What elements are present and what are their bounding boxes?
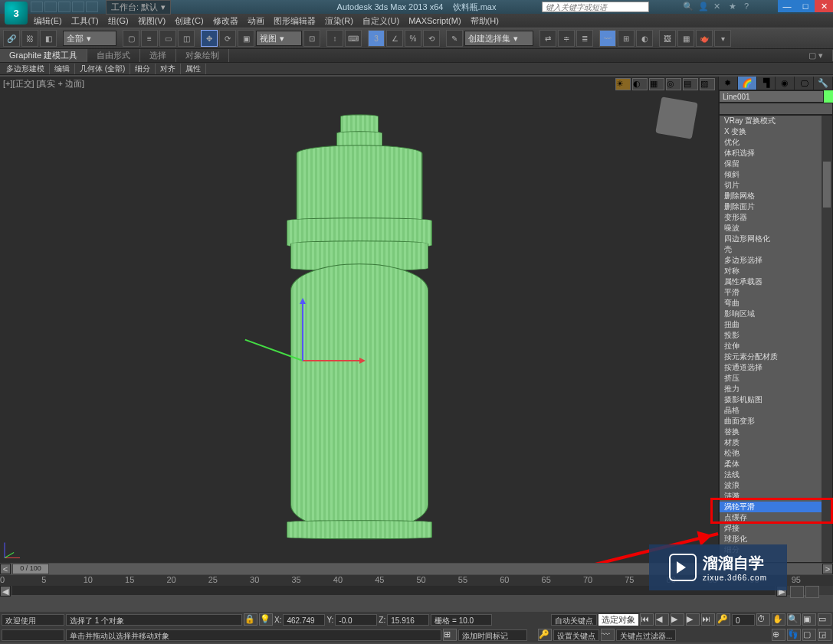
render-frame-icon[interactable]: ▦ <box>677 30 694 47</box>
modifier-item[interactable]: 保留 <box>720 159 832 169</box>
time-prev-icon[interactable]: < <box>0 564 11 574</box>
menu-views[interactable]: 视图(V) <box>133 15 171 27</box>
rb-align[interactable]: 对齐 <box>156 64 181 74</box>
rb-subdiv[interactable]: 细分 <box>130 64 156 74</box>
menu-modifiers[interactable]: 修改器 <box>208 15 243 27</box>
percent-snap-icon[interactable]: % <box>405 30 421 47</box>
modifier-item[interactable]: 按元素分配材质 <box>720 351 832 362</box>
modifier-scrollbar[interactable] <box>822 116 832 562</box>
comm-center-icon[interactable]: 🔑 <box>538 629 552 641</box>
binoculars-icon[interactable]: 🔍 <box>683 2 695 12</box>
tab-selection[interactable]: 选择 <box>140 49 176 62</box>
modifier-item[interactable]: 切片 <box>720 180 832 191</box>
material-editor-icon[interactable]: ◐ <box>636 30 653 47</box>
menu-tools[interactable]: 工具(T) <box>67 15 103 27</box>
key-mode-icon[interactable]: 🔑 <box>717 613 730 626</box>
nav-walk-icon[interactable]: 👣 <box>787 629 801 641</box>
bind-icon[interactable]: ◧ <box>40 30 57 47</box>
nav-orbit-icon[interactable]: ⊕ <box>772 629 785 641</box>
lock-icon[interactable]: 🔒 <box>244 613 257 626</box>
modifier-item[interactable]: 替换 <box>720 427 832 437</box>
modifier-item[interactable]: 属性承载器 <box>720 276 832 287</box>
rb-geom[interactable]: 几何体 (全部) <box>75 64 130 74</box>
set-key-button[interactable]: 设置关键点 <box>553 629 599 641</box>
rb-props[interactable]: 属性 <box>181 64 206 74</box>
goto-start-icon[interactable]: ⏮ <box>640 613 654 626</box>
goto-end-icon[interactable]: ⏭ <box>701 613 715 626</box>
modifier-item[interactable]: 波浪 <box>720 480 832 491</box>
modifier-item[interactable]: 多边形选择 <box>720 255 832 266</box>
utilities-tab-icon[interactable]: 🔧 <box>814 77 833 90</box>
modifier-item[interactable]: 柔体 <box>720 459 832 469</box>
time-slider-thumb[interactable]: 0 / 100 <box>12 564 49 574</box>
modifier-item[interactable]: 摄影机贴图 <box>720 394 832 405</box>
modifier-item[interactable]: 四边形网格化 <box>720 234 832 244</box>
select-name-icon[interactable]: ≡ <box>141 30 158 47</box>
modifier-item[interactable]: 噪波 <box>720 223 832 234</box>
select-scale-icon[interactable]: ▣ <box>238 30 254 47</box>
menu-customize[interactable]: 自定义(U) <box>358 15 404 27</box>
mirror-icon[interactable]: ⇄ <box>539 30 556 47</box>
trackbar-mini-icon[interactable] <box>805 586 819 598</box>
isolate-icon[interactable]: 💡 <box>259 613 273 626</box>
modifier-item[interactable]: 平滑 <box>720 287 832 298</box>
modifier-item[interactable]: 删除网格 <box>720 191 832 201</box>
qat-open-icon[interactable] <box>44 2 57 12</box>
prev-frame-icon[interactable]: ◀ <box>655 613 669 626</box>
spinner-snap-icon[interactable]: ⟲ <box>423 30 440 47</box>
qat-save-icon[interactable] <box>58 2 71 12</box>
vp-wire-icon[interactable]: ▨ <box>700 78 715 90</box>
object-color-swatch[interactable] <box>824 90 833 103</box>
modifier-item[interactable]: 倾斜 <box>720 169 832 180</box>
maximize-button[interactable]: □ <box>796 0 815 12</box>
menu-maxscript[interactable]: MAXScript(M) <box>404 16 465 25</box>
vp-frame-icon[interactable]: ▦ <box>649 78 664 90</box>
viewport[interactable]: [+][正交] [真实 + 边面] ☀ ◐ ▦ ◎ ▤ ▨ <box>0 77 718 563</box>
modifier-item[interactable]: 投影 <box>720 330 832 341</box>
vp-light-icon[interactable]: ☀ <box>615 78 631 90</box>
nav-fov-icon[interactable]: ▭ <box>818 613 831 626</box>
select-region-icon[interactable]: ▭ <box>159 30 176 47</box>
time-tag-icon[interactable]: ⊞ <box>443 629 457 641</box>
modifier-item[interactable]: 涡轮平滑 <box>720 502 832 512</box>
ref-coord-dropdown[interactable]: 视图 ▾ <box>256 31 302 46</box>
time-next-icon[interactable]: > <box>822 564 833 574</box>
modifier-item[interactable]: 晶格 <box>720 405 832 416</box>
modifier-item[interactable]: VRay 置换模式 <box>720 116 832 126</box>
auto-key-button[interactable]: 自动关键点 <box>551 614 597 626</box>
modifier-item[interactable]: 优化 <box>720 137 832 148</box>
tab-graphite[interactable]: Graphite 建模工具 <box>0 49 87 62</box>
help-search-input[interactable] <box>542 2 649 12</box>
manipulate-icon[interactable]: ↕ <box>326 30 343 47</box>
nav-minmax-icon[interactable]: ◲ <box>818 629 831 641</box>
vp-shade-icon[interactable]: ◐ <box>632 78 648 90</box>
create-tab-icon[interactable]: ✹ <box>719 77 738 90</box>
workspace-dropdown[interactable]: 工作台: 默认▾ <box>106 0 171 15</box>
align-icon[interactable]: ≑ <box>558 30 575 47</box>
qat-redo-icon[interactable] <box>86 2 98 12</box>
hierarchy-tab-icon[interactable]: ▜ <box>757 77 776 90</box>
modifier-item[interactable]: 法线 <box>720 469 832 480</box>
modifier-item[interactable]: 影响区域 <box>720 309 832 319</box>
modifier-item[interactable]: 松弛 <box>720 448 832 459</box>
menu-graph[interactable]: 图形编辑器 <box>269 15 320 27</box>
help-icon[interactable]: ? <box>744 2 756 12</box>
modifier-item[interactable]: 涟漪 <box>720 491 832 502</box>
modifier-item[interactable]: 焊接 <box>720 523 832 534</box>
rb-edit[interactable]: 编辑 <box>50 64 75 74</box>
modifier-item[interactable]: 弯曲 <box>720 298 832 309</box>
named-selset-dropdown[interactable]: 创建选择集 ▾ <box>464 31 533 46</box>
select-move-icon[interactable]: ✥ <box>201 30 218 47</box>
menu-edit[interactable]: 编辑(E) <box>29 15 67 27</box>
key-filter-icon[interactable]: 〰 <box>601 629 615 641</box>
modifier-item[interactable]: 球形化 <box>720 534 832 544</box>
track-prev-icon[interactable]: ◀ <box>0 586 11 597</box>
key-filter-button[interactable]: 关键点过滤器... <box>616 629 676 641</box>
modifier-list-dropdown[interactable] <box>719 103 833 115</box>
modifier-item[interactable]: 按通道选择 <box>720 362 832 373</box>
y-coord-field[interactable]: -0.0 <box>335 614 377 626</box>
modifier-item[interactable]: 曲面变形 <box>720 416 832 427</box>
rb-poly[interactable]: 多边形建模 <box>2 64 50 74</box>
menu-help[interactable]: 帮助(H) <box>466 15 503 27</box>
time-config-icon[interactable]: ⏱ <box>756 613 770 626</box>
